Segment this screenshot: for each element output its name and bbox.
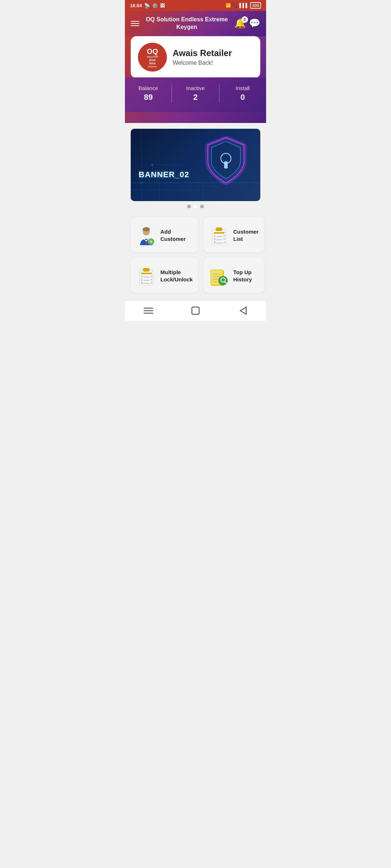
stat-inactive-label: Inactive bbox=[172, 85, 219, 91]
menu-line-1 bbox=[131, 21, 139, 22]
customer-list-icon: 1 ✓ 2 ✓ 3 ✓ bbox=[209, 226, 229, 245]
menu-grid: + Add Customer 1 ✓ 2 ✓ 3 ✓ Customer List bbox=[125, 211, 266, 297]
svg-text:✓: ✓ bbox=[150, 281, 153, 285]
topup-icon bbox=[209, 266, 229, 286]
dot-2[interactable] bbox=[194, 205, 197, 208]
add-customer-icon: + bbox=[136, 226, 156, 245]
svg-text:✓: ✓ bbox=[223, 241, 226, 244]
svg-rect-25 bbox=[214, 232, 224, 234]
status-right: 📶 📞 ▌▌▌ 100 bbox=[226, 2, 261, 9]
chat-icon[interactable]: 💬 bbox=[249, 18, 260, 29]
banner-label: BANNER_02 bbox=[139, 170, 189, 179]
customer-list-label: Customer List bbox=[233, 228, 258, 242]
battery-indicator: 100 bbox=[250, 2, 261, 9]
bottom-navigation bbox=[125, 300, 266, 321]
svg-text:less: less bbox=[149, 61, 156, 65]
stat-install-label: Install bbox=[219, 85, 266, 91]
banner-image: BANNER_02 bbox=[131, 129, 260, 201]
svg-text:2: 2 bbox=[141, 278, 143, 281]
add-customer-label: Add Customer bbox=[160, 228, 193, 242]
svg-rect-36 bbox=[143, 268, 150, 272]
stat-balance-label: Balance bbox=[125, 85, 172, 91]
svg-text:✓: ✓ bbox=[150, 278, 153, 281]
notification-bell[interactable]: 🔔 0 bbox=[234, 18, 246, 29]
menu-line-3 bbox=[131, 25, 139, 26]
svg-text:✓: ✓ bbox=[223, 234, 226, 238]
svg-text:2: 2 bbox=[214, 238, 215, 241]
svg-text:3: 3 bbox=[141, 282, 143, 284]
multi-lock-label: MultipleLock/Unlock bbox=[160, 269, 193, 283]
nav-menu-icon[interactable] bbox=[143, 307, 154, 316]
svg-text:1: 1 bbox=[214, 235, 215, 237]
svg-text:+: + bbox=[150, 239, 152, 244]
banner-section: BANNER_02 bbox=[125, 123, 266, 211]
nav-home-icon[interactable] bbox=[190, 306, 201, 317]
dot-1[interactable] bbox=[187, 205, 191, 208]
svg-text:OQ: OQ bbox=[147, 47, 158, 55]
svg-text:1: 1 bbox=[141, 275, 143, 278]
settings-icon: ⚙️ bbox=[152, 3, 158, 8]
menu-line-2 bbox=[131, 23, 139, 24]
stat-install: Install 0 bbox=[219, 85, 266, 102]
svg-text:✓: ✓ bbox=[150, 275, 153, 278]
stat-balance: Balance 89 bbox=[125, 85, 172, 102]
app-header: OQ Solution Endless Extreme Keygen 🔔 0 💬 bbox=[125, 11, 266, 36]
hamburger-nav-icon bbox=[143, 307, 154, 315]
signal-icon: 📡 bbox=[144, 3, 150, 8]
svg-rect-24 bbox=[216, 227, 222, 231]
svg-text:SOLUTION: SOLUTION bbox=[147, 56, 158, 58]
stat-install-value: 0 bbox=[219, 93, 266, 102]
logo-svg: OQ SOLUTION End less Extreme bbox=[140, 44, 165, 69]
topup-history-label: Top UpHistory bbox=[233, 269, 252, 283]
svg-rect-59 bbox=[192, 307, 199, 314]
svg-rect-17 bbox=[224, 161, 228, 169]
user-info: Awais Retailer Welcome Back! bbox=[173, 48, 232, 66]
nav-back-icon[interactable] bbox=[237, 306, 248, 317]
status-left: 16:04 📡 ⚙️ 🖼 bbox=[130, 3, 165, 8]
logo-inner: OQ SOLUTION End less Extreme bbox=[140, 44, 165, 70]
status-bar: 16:04 📡 ⚙️ 🖼 📶 📞 ▌▌▌ 100 bbox=[125, 0, 266, 11]
call-icon: 📞 bbox=[232, 3, 238, 8]
multi-lock-icon: 1 ✓ 2 ✓ 3 ✓ bbox=[136, 266, 156, 286]
svg-marker-60 bbox=[240, 307, 246, 314]
header-actions: 🔔 0 💬 bbox=[234, 18, 260, 29]
app-title: OQ Solution Endless Extreme Keygen bbox=[139, 16, 234, 31]
square-nav-icon bbox=[190, 306, 201, 316]
signal-bars: ▌▌▌ bbox=[239, 3, 249, 8]
gallery-icon: 🖼 bbox=[160, 3, 165, 8]
banner-dots bbox=[131, 205, 260, 208]
svg-point-12 bbox=[151, 163, 154, 166]
banner-container[interactable]: BANNER_02 bbox=[131, 129, 260, 201]
svg-text:✓: ✓ bbox=[223, 238, 226, 241]
svg-point-11 bbox=[140, 182, 143, 184]
user-welcome: Welcome Back! bbox=[173, 60, 232, 66]
multi-lock-card[interactable]: 1 ✓ 2 ✓ 3 ✓ MultipleLock/Unlock bbox=[131, 258, 198, 293]
svg-text:Extreme: Extreme bbox=[148, 65, 157, 68]
svg-point-19 bbox=[143, 227, 150, 231]
stat-balance-value: 89 bbox=[125, 93, 172, 102]
wifi-icon: 📶 bbox=[226, 3, 231, 8]
back-nav-icon bbox=[237, 306, 248, 316]
svg-text:3: 3 bbox=[214, 241, 215, 244]
stat-inactive-value: 2 bbox=[172, 93, 219, 102]
svg-rect-37 bbox=[141, 273, 152, 274]
welcome-section: OQ SOLUTION End less Extreme Awais Retai… bbox=[125, 36, 266, 123]
customer-list-card[interactable]: 1 ✓ 2 ✓ 3 ✓ Customer List bbox=[203, 217, 264, 252]
dot-3[interactable] bbox=[200, 205, 204, 208]
stats-row: Balance 89 Inactive 2 Install 0 bbox=[125, 77, 266, 112]
shield-icon bbox=[202, 136, 249, 190]
stat-inactive: Inactive 2 bbox=[172, 85, 219, 102]
welcome-card: OQ SOLUTION End less Extreme Awais Retai… bbox=[131, 36, 260, 78]
time-display: 16:04 bbox=[130, 3, 142, 8]
add-customer-card[interactable]: + Add Customer bbox=[131, 217, 198, 252]
user-name: Awais Retailer bbox=[173, 48, 232, 58]
notification-badge: 0 bbox=[241, 16, 248, 23]
hamburger-menu[interactable] bbox=[131, 21, 139, 26]
logo-circle: OQ SOLUTION End less Extreme bbox=[138, 43, 167, 72]
topup-history-card[interactable]: Top UpHistory bbox=[203, 258, 264, 293]
